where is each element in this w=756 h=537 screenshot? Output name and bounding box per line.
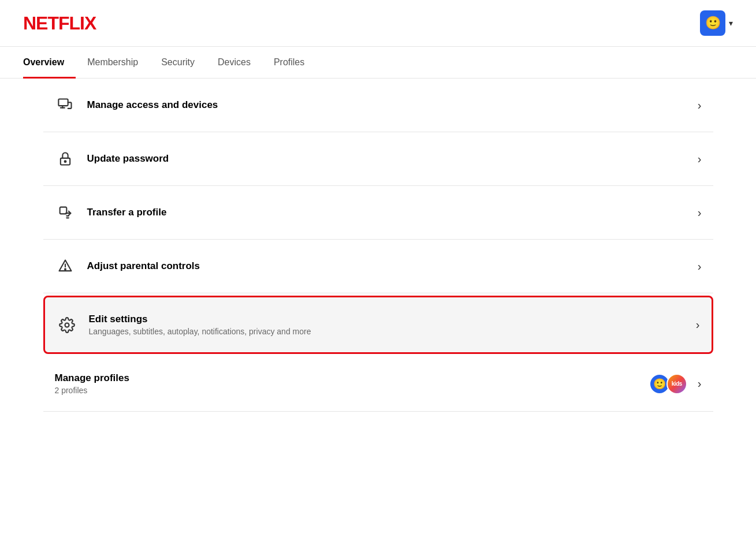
edit-settings-right: ›: [696, 318, 700, 331]
profile-avatar-button[interactable]: 🙂: [700, 10, 725, 36]
svg-point-9: [65, 323, 69, 327]
avatar-emoji: 🙂: [705, 16, 721, 31]
tab-profiles[interactable]: Profiles: [262, 47, 316, 78]
menu-item-manage-access[interactable]: Manage access and devices ›: [43, 79, 713, 132]
update-password-title: Update password: [87, 153, 698, 165]
transfer-profile-title: Transfer a profile: [87, 207, 698, 218]
profile-dropdown-chevron[interactable]: ▾: [729, 18, 733, 28]
menu-item-parental-controls[interactable]: Adjust parental controls ›: [43, 240, 713, 293]
edit-settings-subtitle: Languages, subtitles, autoplay, notifica…: [89, 327, 696, 336]
update-password-right: ›: [698, 152, 702, 166]
manage-profiles-chevron: ›: [698, 377, 702, 390]
parental-controls-right: ›: [698, 260, 702, 273]
warning-icon: [55, 256, 76, 277]
parental-controls-chevron: ›: [698, 260, 702, 273]
tab-membership[interactable]: Membership: [76, 47, 150, 78]
tab-overview[interactable]: Overview: [23, 47, 76, 78]
profile-avatar-kids-label: kids: [672, 381, 682, 387]
menu-item-manage-profiles[interactable]: Manage profiles 2 profiles 🙂 kids ›: [43, 356, 713, 412]
parental-controls-title: Adjust parental controls: [87, 260, 698, 272]
menu-list: Manage access and devices › Update passw…: [43, 79, 713, 412]
devices-icon: [55, 95, 76, 115]
menu-item-transfer-profile[interactable]: Transfer a profile ›: [43, 186, 713, 240]
svg-point-4: [64, 161, 66, 162]
profile-avatars: 🙂 kids: [649, 374, 687, 394]
netflix-logo: NETFLIX: [23, 13, 96, 34]
profile-avatar-main-emoji: 🙂: [653, 378, 666, 390]
tab-security[interactable]: Security: [150, 47, 206, 78]
tab-devices[interactable]: Devices: [206, 47, 262, 78]
update-password-chevron: ›: [698, 152, 702, 166]
transfer-profile-chevron: ›: [698, 206, 702, 219]
edit-settings-text: Edit settings Languages, subtitles, auto…: [89, 314, 696, 336]
manage-access-right: ›: [698, 99, 702, 112]
manage-profiles-subtitle: 2 profiles: [55, 386, 649, 395]
edit-settings-chevron: ›: [696, 318, 700, 331]
svg-point-8: [65, 268, 66, 270]
main-content: Manage access and devices › Update passw…: [20, 79, 736, 412]
parental-controls-text: Adjust parental controls: [87, 260, 698, 272]
update-password-text: Update password: [87, 153, 698, 165]
manage-profiles-right: 🙂 kids ›: [649, 374, 702, 394]
transfer-profile-text: Transfer a profile: [87, 207, 698, 218]
manage-access-title: Manage access and devices: [87, 99, 698, 111]
menu-item-update-password[interactable]: Update password ›: [43, 132, 713, 186]
lock-icon: [55, 148, 76, 169]
nav-tabs: Overview Membership Security Devices Pro…: [0, 47, 756, 79]
manage-access-text: Manage access and devices: [87, 99, 698, 111]
app-header: NETFLIX 🙂 ▾: [0, 0, 756, 47]
svg-rect-0: [58, 99, 68, 106]
manage-access-chevron: ›: [698, 99, 702, 112]
menu-item-edit-settings[interactable]: Edit settings Languages, subtitles, auto…: [43, 296, 713, 354]
gear-icon: [57, 315, 77, 335]
transfer-profile-right: ›: [698, 206, 702, 219]
header-right: 🙂 ▾: [700, 10, 733, 36]
manage-profiles-text: Manage profiles 2 profiles: [55, 372, 649, 395]
edit-settings-title: Edit settings: [89, 314, 696, 325]
manage-profiles-title: Manage profiles: [55, 372, 649, 384]
profile-avatar-kids: kids: [666, 374, 687, 394]
transfer-icon: [55, 202, 76, 223]
